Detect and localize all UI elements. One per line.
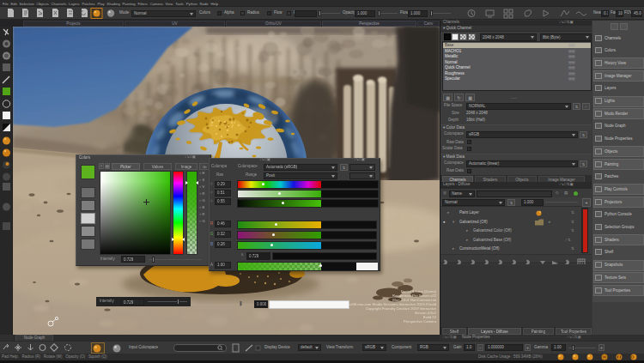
svg-text:Perspective Camera: Perspective Camera <box>404 319 437 324</box>
